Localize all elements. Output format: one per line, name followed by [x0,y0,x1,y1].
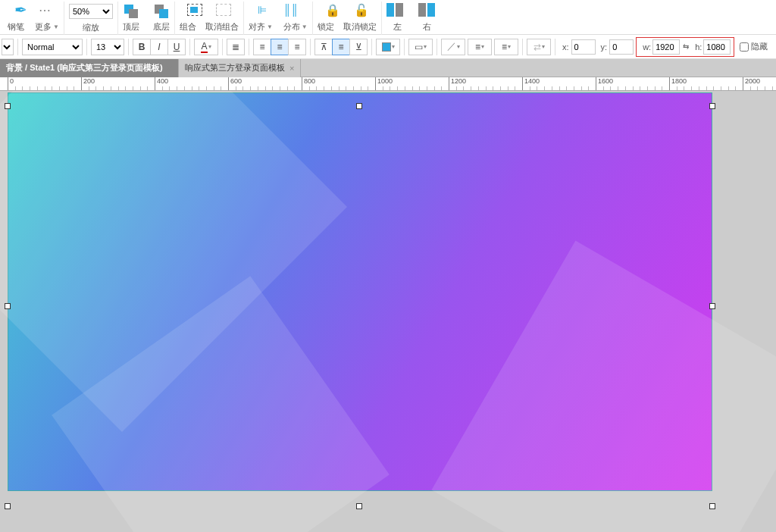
group-group: 组合 取消组合 [175,2,244,35]
handle-top-mid[interactable] [356,103,362,109]
group-icon [187,4,202,16]
dock-left-button[interactable] [386,3,406,17]
tab-state1-label: 背景 / State1 (响应式第三方登录页面模板) [6,62,163,74]
ruler-tick: 0 [8,77,14,91]
align-right-button[interactable]: ≡ [288,39,306,55]
align-button[interactable]: ⊫ [258,4,267,16]
h-input[interactable] [703,39,731,55]
italic-button[interactable]: I [150,39,168,55]
bullets-button[interactable]: ≣ [227,39,245,55]
line-style-button[interactable]: ≡▾ [494,39,518,55]
text-color-button[interactable]: A▾ [194,39,218,55]
w-input[interactable] [652,39,680,55]
hidden-checkbox[interactable]: 隐藏 [740,41,768,52]
zoom-group: 50% 缩放 [64,2,118,35]
bottom-label: 底层 [153,21,170,33]
top-icon [123,3,139,17]
ungroup-label: 取消组合 [205,21,239,33]
unlock-button[interactable]: 🔓 [354,3,369,17]
handle-mid-right[interactable] [709,303,715,309]
underline-button[interactable]: U [167,39,186,55]
w-label: w: [643,42,651,52]
valign-mid-button[interactable]: ≡ [332,39,350,55]
valign-top-button[interactable]: ⊼ [314,39,333,55]
distribute-label[interactable]: 分布▼ [283,21,308,33]
line-color-button[interactable]: ／▾ [441,39,465,55]
fontsize-select[interactable]: 13 [91,39,124,55]
document-tabs: 背景 / State1 (响应式第三方登录页面模板) × 响应式第三方登录页面模… [0,59,776,77]
bold-button[interactable]: B [133,39,151,55]
right-icon [418,3,438,17]
handle-bot-mid[interactable] [356,503,362,509]
more-icon: ⋯ [37,2,54,18]
halign-group: ≡ ≡ ≡ [253,39,306,55]
send-bottom-button[interactable] [153,3,170,17]
align-group: ⊫ ║║ 对齐▼ 分布▼ [244,2,313,35]
fill-color-button[interactable]: ▾ [376,39,400,55]
line-weight-button[interactable]: ≡▾ [468,39,492,55]
x-input[interactable] [571,39,596,55]
workspace: 0200400600800100012001400160018002000 [0,77,776,532]
leading-select[interactable] [2,39,14,55]
y-input[interactable] [609,39,634,55]
right-label: 右 [423,21,431,33]
biu-group: B I U [133,39,186,55]
handle-top-left[interactable] [5,103,11,109]
handle-bot-left[interactable] [5,503,11,509]
unlock-label: 取消锁定 [343,21,377,33]
fill-swatch-icon [382,42,391,52]
tab-template-label: 响应式第三方登录页面模板 [185,62,285,74]
tab-state1[interactable]: 背景 / State1 (响应式第三方登录页面模板) × [0,59,179,77]
distribute-button[interactable]: ║║ [283,4,299,16]
pen-group: ✒ ⋯ 钢笔 更多▼ [3,2,64,35]
zoom-select[interactable]: 50% [69,4,113,19]
x-label: x: [562,42,569,52]
hidden-check-input[interactable] [740,42,749,52]
valign-bot-button[interactable]: ⊻ [349,39,368,55]
align-label[interactable]: 对齐▼ [249,21,273,33]
bring-top-button[interactable] [123,3,139,17]
lock-button[interactable]: 🔒 [325,3,340,17]
lock-icon: 🔒 [325,3,340,17]
group-button[interactable] [187,4,202,16]
align-center-button[interactable]: ≡ [271,39,289,55]
ungroup-icon [216,4,231,16]
arrow-button[interactable]: ⇄▾ [527,39,551,55]
layer-group: 顶层 底层 [118,2,175,35]
top-label: 顶层 [123,21,139,33]
canvas-area[interactable] [0,91,776,532]
close-icon[interactable]: × [289,64,294,73]
lock-label: 锁定 [318,21,334,33]
format-toolbar: Normal 13 B I U A▾ ≣ ≡ ≡ ≡ ⊼ ≡ ⊻ ▾ ▭▾ ／▾… [0,35,776,59]
y-label: y: [601,42,608,52]
pen-button[interactable]: ✒ [13,2,30,18]
handle-top-right[interactable] [709,103,715,109]
left-label: 左 [393,21,402,33]
ungroup-button[interactable] [216,4,231,16]
handle-bot-right[interactable] [709,503,715,509]
zoom-label: 缩放 [83,22,99,33]
main-toolbar: ✒ ⋯ 钢笔 更多▼ 50% 缩放 顶层 底层 [0,0,776,35]
align-left-button[interactable]: ≡ [253,39,271,55]
hidden-label: 隐藏 [751,41,768,52]
dock-right-button[interactable] [418,3,438,17]
h-label: h: [695,42,702,52]
tab-template[interactable]: 响应式第三方登录页面模板 × [179,59,301,77]
close-icon[interactable]: × [167,64,172,73]
bottom-icon [153,3,170,17]
link-wh-icon[interactable]: ⇆ [683,42,689,51]
style-select[interactable]: Normal [22,39,83,55]
more-button[interactable]: ⋯ [37,2,54,18]
background-artboard[interactable] [8,92,712,491]
more-label[interactable]: 更多▼ [35,21,59,33]
valign-group: ⊼ ≡ ⊻ [314,39,368,55]
handle-mid-left[interactable] [5,303,11,309]
align-icon: ⊫ [258,4,267,16]
pen-label: 钢笔 [8,21,24,33]
horizontal-ruler[interactable]: 0200400600800100012001400160018002000 [0,77,776,91]
distribute-icon: ║║ [283,4,299,16]
decorative-shape [52,276,390,532]
border-style-button[interactable]: ▭▾ [408,39,433,55]
unlock-icon: 🔓 [354,3,369,17]
group-label: 组合 [180,21,196,33]
